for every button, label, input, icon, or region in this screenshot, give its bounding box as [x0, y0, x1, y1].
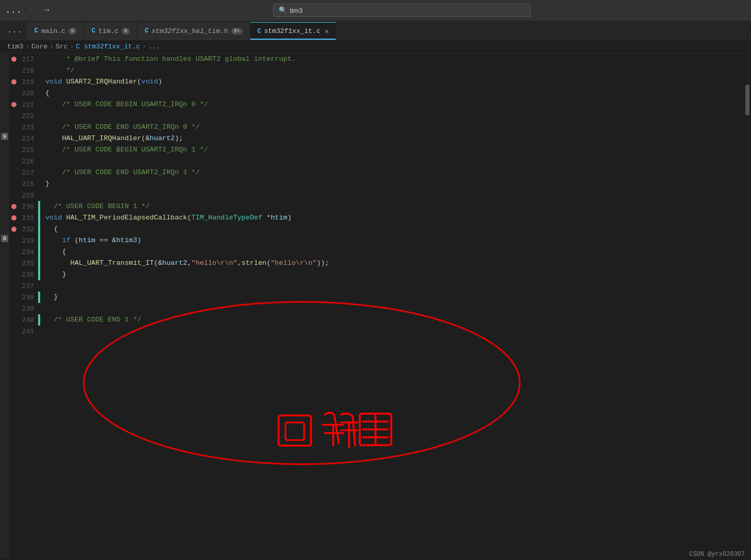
scrollbar-thumb[interactable]: [745, 84, 749, 115]
code-line: /* USER CODE END USART2_IRQn 0 */: [45, 122, 744, 133]
change-badge-8: 8: [1, 235, 8, 242]
code-line: [45, 326, 744, 337]
tab-tim-c[interactable]: C tim.c 8: [84, 22, 138, 40]
gutter-row: 222: [9, 110, 38, 122]
code-line: }: [45, 178, 744, 190]
code-line: /* USER CODE END 1 */: [45, 314, 744, 326]
tab-close-button[interactable]: ✕: [325, 27, 329, 36]
code-token-fn: HAL_UART_Transmit_IT: [71, 258, 154, 269]
breadcrumb-part: Core: [31, 43, 47, 50]
tab-bar: ··· C main.c 9 C tim.c 8 C stm32f1xx_hal…: [0, 21, 751, 40]
code-token-plain: (: [137, 76, 141, 88]
gutter-row: 226: [9, 156, 38, 167]
c-file-icon: C: [258, 28, 261, 35]
line-number-gutter: 2172182192202212222232242252262272282292…: [9, 54, 38, 558]
gutter-row: 228: [9, 178, 38, 190]
line-number: 236: [19, 271, 38, 279]
breakpoint-dot: [11, 215, 16, 220]
gutter-row: 230: [9, 201, 38, 212]
line-number: 240: [19, 316, 38, 324]
code-token-type: TIM_HandleTypeDef: [192, 212, 263, 224]
search-input[interactable]: [290, 7, 525, 14]
code-token-comment: /* USER CODE END USART2_IRQn 1 */: [45, 167, 200, 178]
code-token-plain: [62, 76, 66, 88]
breakpoint-area: [9, 204, 19, 209]
code-token-comment: * @brief This function handles USART2 gl…: [45, 54, 296, 65]
search-bar[interactable]: 🔍: [273, 4, 531, 17]
code-token-kw: if: [62, 235, 70, 246]
breadcrumb-file: C stm32f1xx_it.c: [76, 43, 140, 50]
tab-label: stm32f1xx_hal_tim.h: [151, 27, 228, 35]
gutter-row: 237: [9, 280, 38, 292]
code-token-str: "hello\r\n": [192, 258, 237, 269]
line-number: 228: [19, 180, 38, 188]
code-token-plain: {: [45, 246, 66, 258]
nav-back-button[interactable]: ←: [26, 5, 37, 16]
tab-label: stm32f1xx_it.c: [264, 27, 320, 35]
line-number: 220: [19, 90, 38, 97]
line-number: 238: [19, 294, 38, 301]
code-token-plain: [45, 235, 62, 246]
line-number: 221: [19, 101, 38, 109]
tab-stm32-it[interactable]: C stm32f1xx_it.c ✕: [250, 22, 337, 40]
change-badge-9: 9: [1, 133, 8, 140]
line-number: 233: [19, 237, 38, 245]
menu-dots[interactable]: ...: [5, 5, 22, 15]
code-line: [45, 303, 744, 314]
code-token-plain: ));: [317, 258, 329, 269]
scrollbar[interactable]: [744, 54, 751, 558]
code-token-plain: (&: [154, 258, 162, 269]
code-line: [45, 190, 744, 201]
title-bar-left: ... ← →: [5, 5, 53, 16]
line-number: 232: [19, 226, 38, 233]
code-line: HAL_UART_IRQHandler(&huart2);: [45, 133, 744, 144]
code-token-plain: [62, 212, 66, 224]
gutter-row: 240: [9, 314, 38, 326]
breakpoint-area: [9, 215, 19, 220]
breakpoint-dot: [11, 204, 16, 209]
code-editor[interactable]: * @brief This function handles USART2 gl…: [40, 54, 744, 558]
code-token-plain: {: [45, 88, 49, 99]
gutter-row: 227: [9, 167, 38, 178]
breadcrumb-part: tim3: [7, 43, 23, 50]
code-line: {: [45, 88, 744, 99]
line-number: 223: [19, 124, 38, 131]
breadcrumb: tim3 › Core › Src › C stm32f1xx_it.c › .…: [0, 40, 751, 54]
code-token-comment: /* USER CODE END 1 */: [45, 314, 141, 326]
line-number: 235: [19, 260, 38, 267]
nav-forward-button[interactable]: →: [41, 5, 53, 16]
breadcrumb-part: Src: [56, 43, 67, 50]
c-file-icon: C: [145, 27, 148, 35]
tab-label: tim.c: [98, 27, 118, 35]
tab-main-c[interactable]: C main.c 9: [27, 22, 84, 40]
code-line: /* USER CODE END USART2_IRQn 1 */: [45, 167, 744, 178]
code-line: */: [45, 65, 744, 76]
gutter-row: 234: [9, 246, 38, 258]
line-number: 234: [19, 248, 38, 256]
tab-overflow-button[interactable]: ···: [2, 24, 27, 40]
c-file-icon: C: [35, 27, 38, 35]
code-token-plain: {: [45, 224, 58, 235]
breadcrumb-separator: ›: [25, 43, 29, 50]
code-token-plain: (: [187, 212, 191, 224]
code-token-plain: ): [287, 212, 292, 224]
code-token-plain: (: [266, 258, 270, 269]
tab-stm32-hal[interactable]: C stm32f1xx_hal_tim.h 9+: [138, 22, 250, 40]
gutter-row: 220: [9, 88, 38, 99]
code-token-fn: HAL_TIM_PeriodElapsedCallback: [66, 212, 187, 224]
code-token-plain: (&: [141, 133, 149, 144]
code-line: {: [45, 246, 744, 258]
line-number: 239: [19, 305, 38, 313]
search-icon: 🔍: [279, 6, 287, 14]
code-token-comment: /* USER CODE BEGIN 1 */: [45, 201, 150, 212]
gutter-row: 223: [9, 122, 38, 133]
gutter-row: 241: [9, 326, 38, 337]
code-token-kw: void: [141, 76, 158, 88]
code-line: if (htim == &htim3): [45, 235, 744, 246]
code-line: [45, 280, 744, 292]
code-token-var: htim: [79, 235, 95, 246]
code-token-str: "hello\r\n": [271, 258, 317, 269]
breakpoint-dot: [11, 57, 16, 62]
code-line: [45, 156, 744, 167]
breakpoint-area: [9, 102, 19, 107]
